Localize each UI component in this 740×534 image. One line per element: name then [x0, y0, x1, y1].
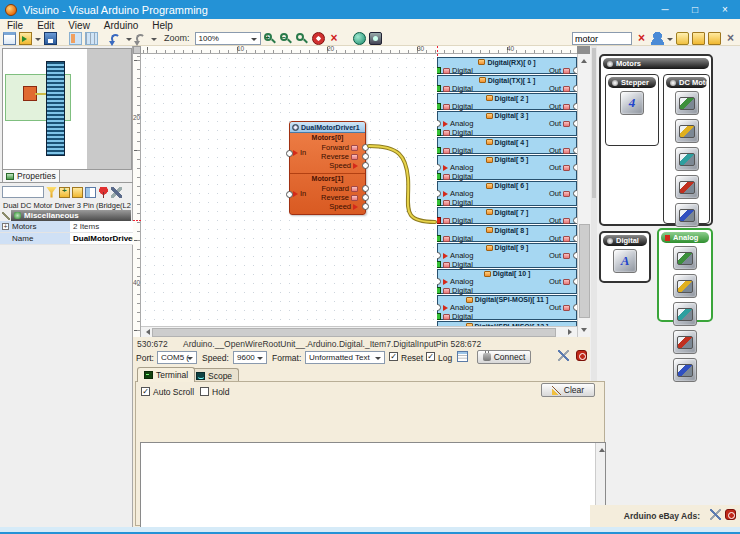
pin-block[interactable]: Digital(SPI-MOSI)[ 11 ]AnalogOutDigital: [437, 295, 577, 320]
digital-input-pin[interactable]: [437, 147, 441, 154]
analog-component-icon[interactable]: [673, 274, 697, 298]
terminal-scroll-up-icon[interactable]: [599, 445, 605, 452]
dc-motor-icon[interactable]: [675, 203, 699, 227]
scroll-right-icon[interactable]: [568, 329, 575, 335]
scroll-left-icon[interactable]: [143, 329, 150, 335]
analog-component-icon[interactable]: [673, 358, 697, 382]
format-select[interactable]: Unformatted Text: [305, 351, 385, 364]
dc-motors-header[interactable]: DC Motors: [666, 77, 707, 88]
toggle-panel-icon[interactable]: [69, 32, 82, 45]
subcategory-dc-motors[interactable]: DC Motors: [663, 74, 710, 224]
analog-input-pin[interactable]: [437, 164, 441, 171]
analog-input-pin[interactable]: [437, 190, 441, 197]
analog-component-icon[interactable]: [673, 330, 697, 354]
help-web-icon[interactable]: [353, 32, 366, 45]
clear-button[interactable]: Clear: [541, 383, 595, 397]
digital-input-pin[interactable]: [437, 235, 441, 242]
analog-component-icon[interactable]: [673, 246, 697, 270]
driver-output-pin[interactable]: [362, 153, 369, 160]
pin-block[interactable]: Digital[ 9 ]AnalogOutDigital: [437, 243, 577, 268]
driver-output-pin[interactable]: [362, 194, 369, 201]
canvas-vertical-scrollbar[interactable]: [577, 54, 590, 337]
driver-output-pin[interactable]: [362, 144, 369, 151]
log-checkbox[interactable]: ✓: [426, 352, 435, 361]
speed-select[interactable]: 9600: [233, 351, 267, 364]
connect-button[interactable]: Connect: [477, 350, 531, 364]
driver-input-pin[interactable]: [286, 150, 293, 157]
pin-panel-icon[interactable]: [98, 187, 109, 198]
zoom-in-icon[interactable]: +: [264, 32, 277, 45]
ads-settings-icon[interactable]: [710, 509, 721, 520]
pin-block[interactable]: Digital(TX)[ 1 ]DigitalOut: [437, 75, 577, 92]
redo-dropdown-icon[interactable]: [151, 38, 157, 44]
open-project-icon[interactable]: [19, 32, 32, 45]
port-select[interactable]: COM5 (: [157, 351, 197, 364]
user-menu-icon[interactable]: [651, 32, 664, 45]
collapse-all-icon[interactable]: ×: [724, 32, 737, 45]
pin-block[interactable]: Digital[ 6 ]AnalogOutDigital: [437, 181, 577, 206]
minimize-button[interactable]: ─: [650, 0, 680, 19]
digital-input-pin[interactable]: [437, 103, 441, 110]
out-pin[interactable]: [573, 235, 577, 242]
pin-block[interactable]: Digital[ 2 ]DigitalOut: [437, 93, 577, 110]
out-pin[interactable]: [573, 164, 577, 171]
stepper-header[interactable]: Stepper: [608, 77, 656, 88]
driver-output-pin[interactable]: [362, 203, 369, 210]
property-row[interactable]: NameDualMotorDriver1: [0, 233, 133, 245]
digital-input-pin[interactable]: [437, 67, 441, 74]
dc-motor-icon[interactable]: [675, 119, 699, 143]
columns-icon[interactable]: [85, 187, 96, 198]
hold-checkbox[interactable]: [200, 387, 209, 396]
analog-input-pin[interactable]: [437, 120, 441, 127]
category-motors[interactable]: Motors Stepper 4 DC Motors: [599, 54, 713, 226]
comment-icon[interactable]: [676, 32, 689, 45]
clear-search-icon[interactable]: ×: [635, 32, 648, 45]
palette-search-input[interactable]: [572, 32, 632, 45]
dc-motor-icon[interactable]: [675, 147, 699, 171]
delete-icon[interactable]: ×: [328, 32, 341, 45]
pin-block[interactable]: Digital[ 3 ]AnalogOutDigital: [437, 111, 577, 136]
digital-input-pin[interactable]: [437, 199, 441, 206]
menu-item-view[interactable]: View: [61, 20, 97, 31]
analog-input-pin[interactable]: [437, 278, 441, 285]
category-analog[interactable]: Analog: [657, 228, 713, 322]
tools-icon[interactable]: [111, 187, 122, 198]
digital-input-pin[interactable]: [437, 173, 441, 180]
save-project-icon[interactable]: [44, 32, 57, 45]
digital-input-pin[interactable]: [437, 217, 441, 224]
undo-icon[interactable]: [110, 32, 123, 45]
pin-block[interactable]: Digital[ 4 ]DigitalOut: [437, 137, 577, 154]
undo-dropdown-icon[interactable]: [126, 38, 132, 44]
connection-settings-icon[interactable]: [558, 350, 569, 361]
category-digital[interactable]: Digital A: [599, 231, 651, 283]
menu-item-edit[interactable]: Edit: [30, 20, 61, 31]
digital-input-pin[interactable]: [437, 287, 441, 294]
property-value[interactable]: 2 Items: [70, 222, 133, 231]
category-icon[interactable]: [708, 32, 721, 45]
property-category-row[interactable]: Miscellaneous: [0, 210, 133, 221]
open-dropdown-icon[interactable]: [35, 38, 41, 44]
pin-block[interactable]: Digital[ 10 ]AnalogOutDigital: [437, 269, 577, 294]
tab-terminal[interactable]: Terminal: [137, 367, 195, 382]
expander-icon[interactable]: +: [2, 223, 9, 230]
new-project-icon[interactable]: [3, 32, 16, 45]
property-filter-input[interactable]: [2, 186, 44, 198]
ads-close-icon[interactable]: [725, 509, 736, 520]
driver-input-pin[interactable]: [286, 191, 293, 198]
pin-block[interactable]: Digital[ 7 ]DigitalOut: [437, 207, 577, 224]
build-upload-icon[interactable]: [312, 32, 325, 45]
redo-icon[interactable]: [135, 32, 148, 45]
scroll-up-icon[interactable]: [581, 56, 587, 63]
out-pin[interactable]: [573, 103, 577, 110]
dc-motor-icon[interactable]: [675, 175, 699, 199]
out-pin[interactable]: [573, 147, 577, 154]
property-value[interactable]: DualMotorDriver1: [70, 234, 133, 243]
out-pin[interactable]: [573, 278, 577, 285]
analog-component-icon[interactable]: [673, 302, 697, 326]
subcategory-stepper[interactable]: Stepper 4: [605, 74, 659, 146]
digital-category-header[interactable]: Digital: [603, 235, 647, 246]
category-motors-header[interactable]: Motors: [603, 58, 709, 69]
zoom-select[interactable]: 100%: [195, 32, 261, 45]
digital-input-pin[interactable]: [437, 313, 441, 320]
disconnect-icon[interactable]: [576, 350, 587, 361]
